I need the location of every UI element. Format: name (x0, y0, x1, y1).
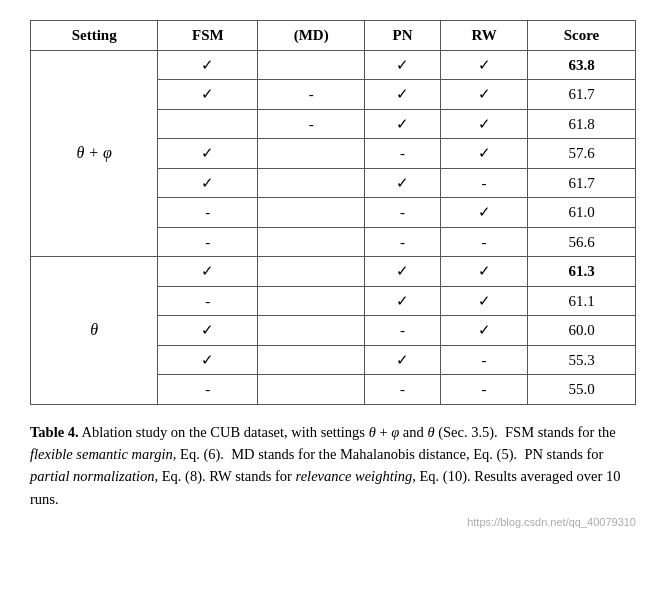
cell-md (258, 286, 365, 316)
cell-md (258, 257, 365, 287)
cell-md (258, 375, 365, 405)
cell-score: 57.6 (528, 139, 636, 169)
cell-rw: ✓ (441, 109, 528, 139)
table-caption: Table 4. Ablation study on the CUB datas… (30, 421, 636, 511)
cell-rw: ✓ (441, 80, 528, 110)
cell-rw: ✓ (441, 50, 528, 80)
cell-rw: ✓ (441, 139, 528, 169)
cell-fsm (158, 109, 258, 139)
cell-pn: ✓ (365, 50, 441, 80)
cell-fsm: ✓ (158, 50, 258, 80)
cell-md: - (258, 109, 365, 139)
watermark: https://blog.csdn.net/qq_40079310 (30, 516, 636, 528)
cell-md (258, 345, 365, 375)
col-header-score: Score (528, 21, 636, 51)
cell-pn: ✓ (365, 286, 441, 316)
cell-score: 61.7 (528, 168, 636, 198)
cell-pn: ✓ (365, 80, 441, 110)
cell-rw: - (441, 375, 528, 405)
cell-fsm: ✓ (158, 345, 258, 375)
cell-score: 60.0 (528, 316, 636, 346)
cell-pn: ✓ (365, 168, 441, 198)
cell-pn: - (365, 139, 441, 169)
cell-rw: - (441, 168, 528, 198)
cell-score: 61.3 (528, 257, 636, 287)
caption-rw-def: relevance weighting (296, 468, 413, 484)
cell-score: 63.8 (528, 50, 636, 80)
cell-rw: ✓ (441, 316, 528, 346)
col-header-rw: RW (441, 21, 528, 51)
caption-setting1: θ (369, 424, 376, 440)
cell-score: 56.6 (528, 227, 636, 257)
cell-score: 61.8 (528, 109, 636, 139)
cell-md: - (258, 80, 365, 110)
col-header-fsm: FSM (158, 21, 258, 51)
setting-cell-group2: θ (31, 257, 158, 405)
cell-md (258, 316, 365, 346)
caption-pn-def: partial normalization (30, 468, 154, 484)
cell-pn: - (365, 198, 441, 228)
cell-fsm: ✓ (158, 80, 258, 110)
cell-rw: ✓ (441, 257, 528, 287)
cell-score: 55.3 (528, 345, 636, 375)
col-header-pn: PN (365, 21, 441, 51)
cell-pn: - (365, 316, 441, 346)
ablation-table-container: Setting FSM (MD) PN RW Score θ + φ✓✓✓63.… (30, 20, 636, 405)
cell-fsm: - (158, 198, 258, 228)
cell-rw: - (441, 345, 528, 375)
caption-setting2: θ (427, 424, 434, 440)
caption-setting1b: φ (391, 424, 399, 440)
cell-fsm: - (158, 375, 258, 405)
col-header-setting: Setting (31, 21, 158, 51)
ablation-table: Setting FSM (MD) PN RW Score θ + φ✓✓✓63.… (30, 20, 636, 405)
caption-label: Table 4. (30, 424, 79, 440)
cell-score: 61.7 (528, 80, 636, 110)
cell-pn: ✓ (365, 257, 441, 287)
cell-pn: - (365, 375, 441, 405)
cell-md (258, 227, 365, 257)
caption-fsm-def: flexible semantic margin (30, 446, 173, 462)
cell-score: 55.0 (528, 375, 636, 405)
cell-rw: - (441, 227, 528, 257)
cell-md (258, 198, 365, 228)
cell-score: 61.0 (528, 198, 636, 228)
setting-cell-group1: θ + φ (31, 50, 158, 257)
cell-pn: ✓ (365, 109, 441, 139)
cell-md (258, 50, 365, 80)
cell-rw: ✓ (441, 286, 528, 316)
cell-pn: - (365, 227, 441, 257)
cell-rw: ✓ (441, 198, 528, 228)
cell-pn: ✓ (365, 345, 441, 375)
cell-fsm: ✓ (158, 168, 258, 198)
cell-score: 61.1 (528, 286, 636, 316)
cell-md (258, 168, 365, 198)
cell-fsm: ✓ (158, 257, 258, 287)
cell-fsm: ✓ (158, 316, 258, 346)
cell-fsm: - (158, 227, 258, 257)
cell-fsm: - (158, 286, 258, 316)
cell-fsm: ✓ (158, 139, 258, 169)
cell-md (258, 139, 365, 169)
col-header-md: (MD) (258, 21, 365, 51)
